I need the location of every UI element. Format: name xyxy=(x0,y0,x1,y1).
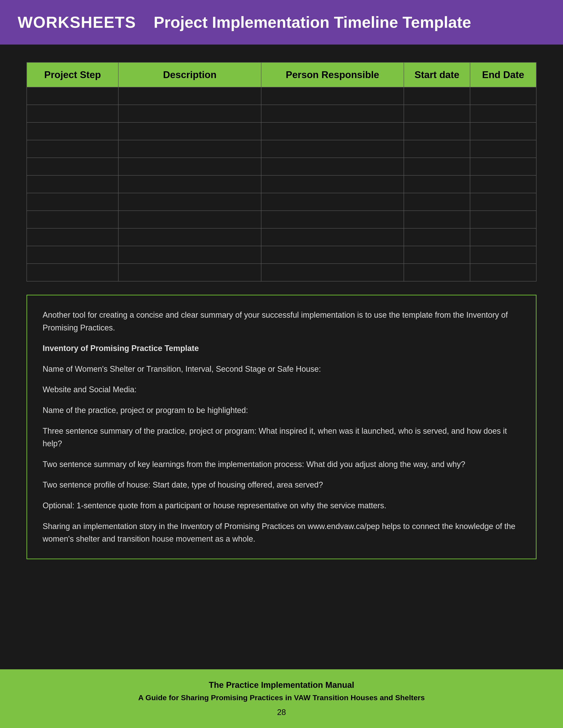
worksheets-label: WORKSHEETS xyxy=(18,13,136,31)
table-cell xyxy=(118,211,261,228)
table-cell xyxy=(470,158,536,175)
table-cell xyxy=(261,246,404,264)
header-bar: WORKSHEETS Project Implementation Timeli… xyxy=(0,0,563,45)
col-header-step: Project Step xyxy=(27,62,118,87)
field-6: Optional: 1-sentence quote from a partic… xyxy=(43,499,520,512)
table-cell xyxy=(404,264,470,281)
col-header-person: Person Responsible xyxy=(261,62,404,87)
table-cell xyxy=(470,105,536,122)
table-cell xyxy=(118,158,261,175)
page-number: 28 xyxy=(277,708,286,717)
table-cell xyxy=(470,193,536,211)
table-cell xyxy=(470,264,536,281)
table-cell xyxy=(261,158,404,175)
table-row xyxy=(27,211,536,228)
table-row xyxy=(27,105,536,122)
table-cell xyxy=(404,87,470,105)
table-row xyxy=(27,264,536,281)
table-row xyxy=(27,140,536,158)
table-cell xyxy=(470,175,536,193)
table-cell xyxy=(261,264,404,281)
table-cell xyxy=(118,140,261,158)
table-cell xyxy=(470,122,536,140)
table-row xyxy=(27,87,536,105)
table-cell xyxy=(118,87,261,105)
table-header-row: Project Step Description Person Responsi… xyxy=(27,62,536,87)
table-cell xyxy=(404,122,470,140)
table-row xyxy=(27,228,536,246)
table-cell xyxy=(27,264,118,281)
table-row xyxy=(27,246,536,264)
table-cell xyxy=(118,228,261,246)
table-cell xyxy=(118,122,261,140)
table-cell xyxy=(261,105,404,122)
table-cell xyxy=(261,228,404,246)
table-cell xyxy=(27,87,118,105)
table-cell xyxy=(470,211,536,228)
table-row xyxy=(27,122,536,140)
table-cell xyxy=(404,193,470,211)
table-cell xyxy=(27,193,118,211)
table-cell xyxy=(261,193,404,211)
info-intro: Another tool for creating a concise and … xyxy=(43,309,520,334)
footer-subtitle: A Guide for Sharing Promising Practices … xyxy=(138,693,425,702)
table-cell xyxy=(27,105,118,122)
table-cell xyxy=(261,122,404,140)
table-cell xyxy=(118,246,261,264)
table-cell xyxy=(404,175,470,193)
table-cell xyxy=(404,246,470,264)
table-cell xyxy=(404,158,470,175)
footer: The Practice Implementation Manual A Gui… xyxy=(0,669,563,728)
page-title: Project Implementation Timeline Template xyxy=(154,13,471,31)
table-cell xyxy=(27,246,118,264)
footer-title: The Practice Implementation Manual xyxy=(209,680,354,690)
table-cell xyxy=(118,193,261,211)
table-cell xyxy=(27,175,118,193)
table-cell xyxy=(27,228,118,246)
table-row xyxy=(27,175,536,193)
table-cell xyxy=(470,246,536,264)
table-cell xyxy=(27,211,118,228)
table-cell xyxy=(404,105,470,122)
timeline-table: Project Step Description Person Responsi… xyxy=(26,62,537,281)
table-cell xyxy=(261,175,404,193)
table-cell xyxy=(27,158,118,175)
table-cell xyxy=(118,175,261,193)
table-cell xyxy=(404,140,470,158)
table-cell xyxy=(118,105,261,122)
field-3: Three sentence summary of the practice, … xyxy=(43,425,520,450)
field-2: Name of the practice, project or program… xyxy=(43,404,520,417)
col-header-description: Description xyxy=(118,62,261,87)
table-row xyxy=(27,193,536,211)
field-5: Two sentence profile of house: Start dat… xyxy=(43,478,520,491)
table-cell xyxy=(118,264,261,281)
table-cell xyxy=(261,140,404,158)
table-cell xyxy=(404,228,470,246)
table-cell xyxy=(261,211,404,228)
table-row xyxy=(27,158,536,175)
template-title: Inventory of Promising Practice Template xyxy=(43,342,520,355)
info-box: Another tool for creating a concise and … xyxy=(26,295,537,559)
table-cell xyxy=(470,87,536,105)
table-cell xyxy=(27,140,118,158)
table-cell xyxy=(470,140,536,158)
field-7: Sharing an implementation story in the I… xyxy=(43,520,520,545)
col-header-start-date: Start date xyxy=(404,62,470,87)
table-cell xyxy=(404,211,470,228)
col-header-end-date: End Date xyxy=(470,62,536,87)
table-cell xyxy=(261,87,404,105)
field-4: Two sentence summary of key learnings fr… xyxy=(43,458,520,471)
field-1: Website and Social Media: xyxy=(43,383,520,396)
table-cell xyxy=(27,122,118,140)
field-0: Name of Women's Shelter or Transition, I… xyxy=(43,363,520,375)
table-cell xyxy=(470,228,536,246)
main-content: Project Step Description Person Responsi… xyxy=(0,45,563,669)
